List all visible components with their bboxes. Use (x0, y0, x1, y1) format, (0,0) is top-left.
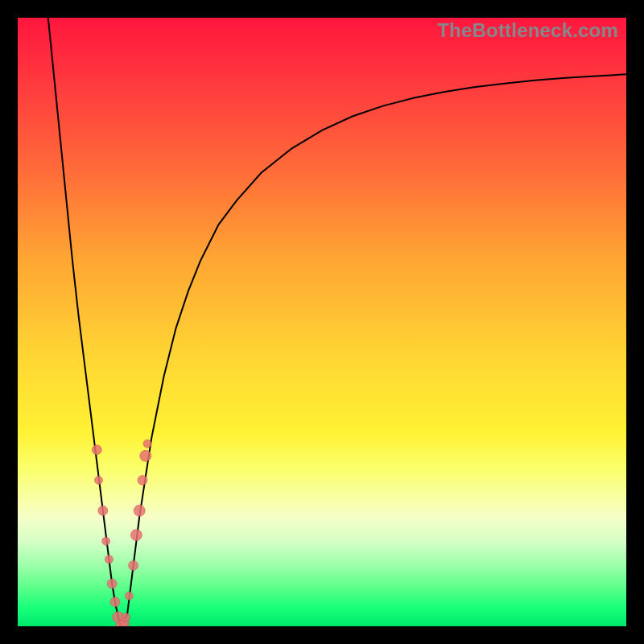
data-marker (140, 450, 151, 461)
data-marker (92, 445, 101, 455)
data-marker (130, 530, 142, 541)
data-marker (143, 440, 151, 448)
data-marker (105, 555, 113, 564)
chart-plot-area: TheBottleneck.com (18, 18, 626, 626)
data-markers (92, 440, 151, 626)
data-marker (138, 476, 147, 485)
data-marker (125, 592, 133, 600)
data-marker (122, 613, 130, 621)
watermark-text: TheBottleneck.com (437, 19, 618, 42)
data-marker (98, 506, 108, 515)
data-marker (102, 537, 110, 545)
data-marker (110, 597, 120, 607)
data-marker (107, 579, 117, 588)
data-marker (134, 505, 145, 516)
chart-svg (18, 18, 626, 626)
data-marker (129, 560, 138, 570)
data-marker (95, 477, 103, 485)
chart-frame: TheBottleneck.com (0, 0, 644, 644)
